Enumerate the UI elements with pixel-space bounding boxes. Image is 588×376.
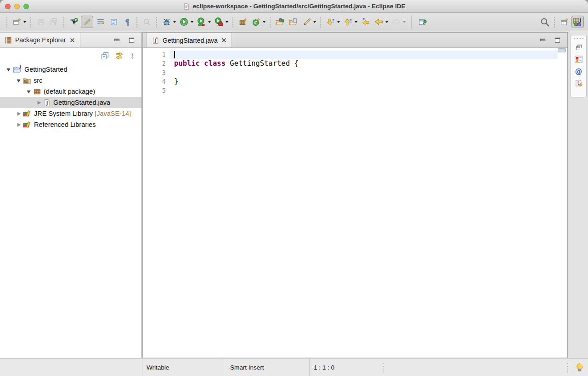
package-explorer-tab[interactable]: Package Explorer	[0, 33, 80, 47]
code-line[interactable]: 1	[143, 50, 567, 59]
toggle-word-wrap-button[interactable]	[94, 16, 107, 28]
pin-editor-icon	[418, 18, 427, 26]
dropdown-arrow-icon[interactable]	[208, 21, 211, 23]
tree-item-referenced-libraries[interactable]: Referenced Libraries	[0, 119, 141, 130]
svg-text:J: J	[579, 17, 582, 23]
run-icon	[180, 17, 188, 26]
save-all-button	[48, 16, 60, 28]
zoom-search-button	[141, 16, 153, 28]
coverage-button[interactable]	[195, 16, 212, 28]
tree-item-gettingstarted[interactable]: JGettingStarted	[0, 64, 141, 75]
expand-arrow-icon[interactable]	[35, 99, 43, 106]
project-tree: JGettingStartedsrc(default package)JGett…	[0, 64, 141, 130]
notifications-lightbulb-icon[interactable]	[575, 363, 584, 372]
toggle-block-selection-button[interactable]	[107, 16, 120, 28]
toggle-word-wrap-icon	[96, 18, 105, 26]
link-with-editor-button[interactable]	[115, 52, 124, 60]
maximize-view-button[interactable]	[128, 37, 135, 44]
code-line[interactable]: 2public class GettingStarted {	[143, 59, 567, 68]
main-toolbar: C¶C* J	[0, 13, 588, 31]
open-type-icon	[276, 18, 284, 26]
restore-view-button[interactable]	[575, 44, 582, 51]
minimize-window-button[interactable]	[14, 4, 20, 9]
minimize-view-button[interactable]	[113, 37, 120, 44]
show-whitespace-icon: ¶	[123, 18, 131, 26]
tree-item-label: Referenced Libraries	[34, 121, 96, 128]
open-type-button[interactable]	[274, 16, 286, 28]
new-java-class-icon: C	[252, 18, 260, 26]
close-window-button[interactable]	[5, 4, 11, 9]
search-button[interactable]	[538, 16, 551, 28]
pin-editor-button[interactable]	[416, 16, 429, 28]
dropdown-arrow-icon[interactable]	[355, 21, 357, 23]
java-perspective-button[interactable]: J	[571, 16, 584, 28]
code-editor[interactable]: 12public class GettingStarted {34}5	[143, 48, 567, 358]
tree-item-label: GettingStarted.java	[53, 99, 110, 106]
line-number: 1	[150, 51, 170, 58]
traffic-lights	[5, 4, 29, 9]
tree-item-src[interactable]: src	[0, 75, 141, 86]
last-edit-location-icon: *	[362, 18, 370, 26]
next-annotation-button[interactable]	[324, 16, 341, 28]
open-perspective-button[interactable]	[558, 16, 571, 28]
java-file-icon: J	[152, 36, 159, 44]
dropdown-arrow-icon[interactable]	[385, 21, 388, 23]
close-editor-icon[interactable]	[221, 37, 227, 43]
toolbar-grip	[554, 17, 555, 28]
new-java-package-icon	[239, 18, 247, 26]
editor-tabbar: J GettingStarted.java	[143, 33, 567, 48]
open-task-button[interactable]	[287, 16, 300, 28]
editor-tab-gettingstarted-java[interactable]: J GettingStarted.java	[147, 33, 232, 47]
dropdown-arrow-icon[interactable]	[23, 21, 26, 23]
tree-item-gettingstarted-java[interactable]: JGettingStarted.java	[0, 97, 141, 108]
collapse-arrow-icon[interactable]	[25, 88, 33, 95]
javadoc-view-button[interactable]: @	[574, 67, 583, 76]
eclipse-window: eclipse-workspace - GettingStarted/src/G…	[0, 0, 588, 376]
dropdown-arrow-icon[interactable]	[313, 21, 316, 23]
new-java-package-button[interactable]	[237, 16, 249, 28]
back-button[interactable]	[373, 16, 389, 28]
debug-button[interactable]	[160, 16, 177, 28]
dropdown-arrow-icon[interactable]	[226, 21, 228, 23]
editor-tab-label: GettingStarted.java	[163, 37, 218, 44]
tree-item-label: (default package)	[44, 88, 95, 95]
flag-class-badge-button[interactable]: C	[68, 16, 80, 28]
tree-item-default-package[interactable]: (default package)	[0, 86, 141, 97]
previous-annotation-button[interactable]	[342, 16, 358, 28]
expand-arrow-icon[interactable]	[15, 121, 23, 128]
dropdown-arrow-icon[interactable]	[173, 21, 176, 23]
dropdown-arrow-icon[interactable]	[191, 21, 193, 23]
collapse-arrow-icon[interactable]	[15, 77, 23, 84]
dropdown-arrow-icon	[403, 21, 406, 23]
toggle-mark-occurrences-button[interactable]	[81, 16, 93, 28]
run-button[interactable]	[178, 16, 194, 28]
dropdown-arrow-icon[interactable]	[337, 21, 340, 23]
drag-handle-icon[interactable]	[573, 37, 584, 40]
new-java-class-button[interactable]: C	[250, 16, 266, 28]
toggle-mark-occurrences-icon	[83, 18, 91, 26]
declaration-view-button[interactable]: {	[575, 80, 583, 88]
close-view-icon[interactable]	[69, 37, 75, 43]
code-line[interactable]: 4}	[143, 77, 567, 86]
flag-class-badge-icon: C	[70, 18, 78, 26]
tree-item-jre-system-library[interactable]: JRE System Library[JavaSE-14]	[0, 108, 141, 119]
code-line[interactable]: 5	[143, 86, 567, 95]
expand-arrow-icon[interactable]	[15, 110, 23, 117]
title-bar: eclipse-workspace - GettingStarted/src/G…	[0, 0, 588, 13]
run-external-tools-button[interactable]	[213, 16, 229, 28]
view-menu-button[interactable]	[130, 53, 136, 59]
show-whitespace-button[interactable]: ¶	[121, 16, 133, 28]
pen-marker-button[interactable]	[300, 16, 317, 28]
toolbar-grip	[320, 17, 322, 28]
task-list-view-button[interactable]	[574, 55, 583, 63]
maximize-editor-button[interactable]	[554, 37, 561, 44]
new-wizard-button[interactable]	[11, 16, 27, 28]
zoom-window-button[interactable]	[23, 4, 29, 9]
dropdown-arrow-icon[interactable]	[263, 21, 266, 23]
status-bar: Writable Smart Insert 1 : 1 : 0	[0, 358, 588, 376]
last-edit-location-button[interactable]: *	[359, 16, 372, 28]
collapse-arrow-icon[interactable]	[5, 66, 12, 73]
code-line[interactable]: 3	[143, 68, 567, 77]
minimize-editor-button[interactable]	[539, 37, 546, 44]
collapse-all-button[interactable]	[101, 52, 109, 60]
